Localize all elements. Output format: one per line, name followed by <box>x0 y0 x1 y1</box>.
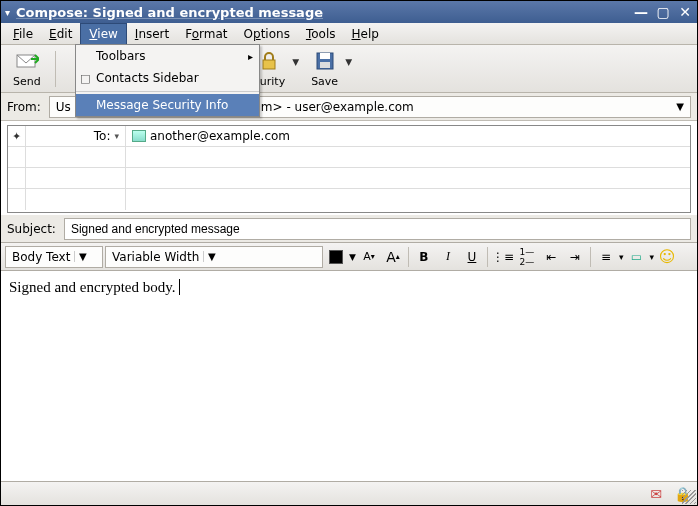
window-title: Compose: Signed and encrypted message <box>16 5 633 20</box>
menu-separator <box>76 91 259 92</box>
chevron-down-icon: ▼ <box>203 251 219 262</box>
menu-edit[interactable]: Edit <box>41 23 80 44</box>
menu-item-message-security-info[interactable]: Message Security Info <box>76 94 259 116</box>
address-header-row: ✦ To: ▾ another@example.com <box>8 126 690 147</box>
minimize-button[interactable]: — <box>633 4 649 20</box>
menu-item-contacts-sidebar[interactable]: Contacts Sidebar <box>76 67 259 89</box>
address-empty-row[interactable] <box>8 189 690 210</box>
menu-insert[interactable]: Insert <box>127 23 177 44</box>
emoticon-button[interactable]: ☺ <box>656 246 678 268</box>
save-icon <box>313 49 337 73</box>
svg-rect-3 <box>320 53 330 59</box>
contact-card-icon <box>132 130 146 142</box>
underline-button[interactable]: U <box>461 246 483 268</box>
submenu-arrow-icon: ▸ <box>248 51 253 62</box>
menu-tools[interactable]: Tools <box>298 23 344 44</box>
menu-help[interactable]: Help <box>343 23 386 44</box>
subject-label: Subject: <box>7 222 56 236</box>
menu-item-toolbars[interactable]: Toolbars ▸ <box>76 45 259 67</box>
numbered-list-button[interactable]: 1—2— <box>516 246 538 268</box>
menu-format[interactable]: Format <box>177 23 235 44</box>
address-indicator-icon[interactable]: ✦ <box>8 126 26 146</box>
format-toolbar: Body Text▼ Variable Width▼ ▼ A▾ A▴ B I U… <box>1 243 697 271</box>
address-empty-row[interactable] <box>8 168 690 189</box>
send-button[interactable]: Send <box>7 47 47 90</box>
message-body[interactable]: Signed and encrypted body. <box>1 271 697 487</box>
outdent-button[interactable]: ⇤ <box>540 246 562 268</box>
subject-input[interactable] <box>64 218 691 240</box>
chevron-down-icon: ▼ <box>74 251 90 262</box>
italic-button[interactable]: I <box>437 246 459 268</box>
chevron-down-icon: ▼ <box>676 101 684 112</box>
maximize-button[interactable]: ▢ <box>655 4 671 20</box>
subject-row: Subject: <box>1 215 697 243</box>
from-label: From: <box>7 100 41 114</box>
toolbar-separator <box>55 51 56 87</box>
statusbar: ✉ 🔒 <box>1 481 697 505</box>
lock-icon <box>257 49 281 73</box>
indent-button[interactable]: ⇥ <box>564 246 586 268</box>
signed-icon[interactable]: ✉ <box>647 486 665 502</box>
text-cursor <box>176 279 181 295</box>
save-label: Save <box>311 75 338 88</box>
menu-options[interactable]: Options <box>236 23 298 44</box>
save-button[interactable]: Save ▼ <box>305 47 344 90</box>
address-input[interactable]: another@example.com <box>126 126 690 146</box>
chevron-down-icon: ▾ <box>114 131 119 141</box>
titlebar: ▾ Compose: Signed and encrypted message … <box>1 1 697 23</box>
resize-grip[interactable] <box>682 490 696 504</box>
window-menu-icon[interactable]: ▾ <box>5 7 10 18</box>
svg-rect-4 <box>320 62 330 68</box>
menu-view[interactable]: View <box>80 23 126 44</box>
font-smaller-button[interactable]: A▾ <box>358 246 380 268</box>
address-type-select[interactable]: To: ▾ <box>26 126 126 146</box>
dropdown-arrow-icon[interactable]: ▼ <box>292 57 299 67</box>
insert-image-button[interactable]: ▭ <box>625 246 647 268</box>
font-family-select[interactable]: Variable Width▼ <box>105 246 323 268</box>
close-button[interactable]: ✕ <box>677 4 693 20</box>
color-swatch-icon <box>329 250 343 264</box>
bullet-list-button[interactable]: ⋮≡ <box>492 246 514 268</box>
text-color-button[interactable] <box>325 246 347 268</box>
chevron-down-icon[interactable]: ▾ <box>619 252 624 262</box>
font-larger-button[interactable]: A▴ <box>382 246 404 268</box>
send-label: Send <box>13 75 41 88</box>
address-block: ✦ To: ▾ another@example.com <box>7 125 691 213</box>
view-dropdown: Toolbars ▸ Contacts Sidebar Message Secu… <box>75 44 260 117</box>
svg-rect-1 <box>263 60 275 69</box>
menu-file[interactable]: File <box>5 23 41 44</box>
dropdown-arrow-icon[interactable]: ▼ <box>345 57 352 67</box>
menubar: File Edit View Insert Format Options Too… <box>1 23 697 45</box>
align-button[interactable]: ≡ <box>595 246 617 268</box>
send-icon <box>15 49 39 73</box>
bold-button[interactable]: B <box>413 246 435 268</box>
chevron-down-icon[interactable]: ▾ <box>649 252 654 262</box>
chevron-down-icon[interactable]: ▼ <box>349 252 356 262</box>
address-empty-row[interactable] <box>8 147 690 168</box>
paragraph-style-select[interactable]: Body Text▼ <box>5 246 103 268</box>
